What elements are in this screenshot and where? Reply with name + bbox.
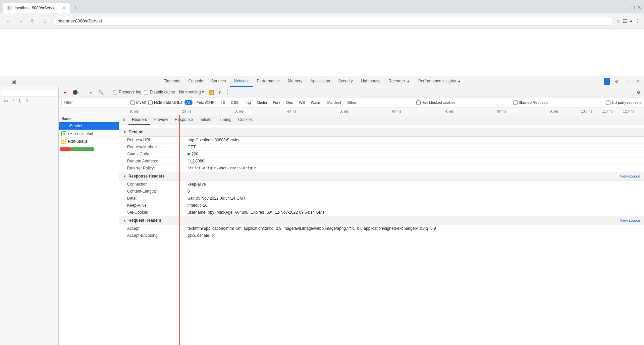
forward-button[interactable]: → [16, 16, 25, 26]
search-input[interactable] [2, 89, 57, 96]
detail-tab-headers[interactable]: Headers [128, 115, 150, 125]
url-bar[interactable]: localhost:8080/aServlet [52, 16, 613, 26]
active-tab[interactable]: l localhost:8080/aServlet ✕ [3, 3, 70, 13]
filter-font-button[interactable]: Font [271, 100, 282, 105]
response-headers-triangle-icon: ▼ [123, 175, 126, 178]
tab-security[interactable]: Security [334, 76, 357, 87]
tick-60ms: 60 ms [392, 110, 401, 113]
third-party-input[interactable] [606, 100, 610, 105]
hide-data-urls-input[interactable] [148, 100, 153, 105]
tab-console[interactable]: Console [184, 76, 207, 87]
search-panel-close-icon[interactable]: ✕ [24, 98, 30, 104]
network-item-extn-html[interactable]: H extn-utils.html [59, 130, 119, 138]
request-url-row: Request URL: http://localhost:8080/aServ… [119, 137, 644, 144]
invert-input[interactable] [130, 100, 135, 105]
filter-wasm-button[interactable]: Wasm [309, 100, 323, 105]
devtools-settings-icon[interactable]: ⚙ [613, 78, 621, 85]
filter-toggle-icon[interactable]: ⬥ [87, 88, 95, 96]
filter-all-button[interactable]: All [184, 100, 193, 105]
throttle-select[interactable]: No throttling ▾ [178, 89, 206, 95]
tab-elements[interactable]: Elements [159, 76, 184, 87]
detail-tab-timing[interactable]: Timing [216, 115, 235, 125]
request-headers-section-header[interactable]: ▼ Request Headers View source [119, 216, 644, 225]
detail-close-icon[interactable]: ✕ [122, 117, 126, 123]
tab-performance[interactable]: Performance [253, 76, 284, 87]
refresh-button[interactable]: ↻ [28, 16, 38, 26]
detail-tab-cookies[interactable]: Cookies [235, 115, 256, 125]
tab-lighthouse[interactable]: Lighthouse [357, 76, 385, 87]
disable-cache-input[interactable] [144, 90, 148, 94]
filter-fetch-xhr-button[interactable]: Fetch/XHR [195, 100, 217, 105]
tab-close-icon[interactable]: ✕ [62, 5, 66, 11]
devtools-more-icon[interactable]: ⋮ [623, 78, 631, 85]
throttle-arrow-icon: ▾ [202, 90, 204, 94]
network-settings-icon[interactable]: ⚙ [636, 89, 641, 95]
preserve-log-input[interactable] [113, 90, 117, 94]
detail-tab-response[interactable]: Response [171, 115, 196, 125]
blocked-requests-input[interactable] [513, 100, 518, 105]
device-toolbar-icon[interactable]: ▣ [10, 77, 18, 86]
general-section-header[interactable]: ▼ General [119, 128, 644, 137]
tab-network[interactable]: Network [230, 76, 253, 87]
tick-80ms: 80 ms [497, 110, 506, 113]
back-button[interactable]: ← [4, 16, 13, 26]
tab-memory[interactable]: Memory [284, 76, 306, 87]
search-refresh-icon[interactable]: ↻ [17, 98, 23, 104]
bookmark-icon[interactable]: ☆ [616, 18, 620, 24]
new-tab-button[interactable]: + [71, 3, 80, 13]
filter-js-button[interactable]: JS [219, 100, 227, 105]
home-button[interactable]: ⌂ [40, 16, 50, 26]
match-case-button[interactable]: Aa [2, 98, 9, 104]
wifi-icon[interactable]: 📶 [208, 89, 215, 95]
filter-media-button[interactable]: Media [255, 100, 269, 105]
more-icon[interactable]: ⋮ [635, 18, 640, 24]
general-section-title: General [128, 130, 144, 134]
profile-icon[interactable]: ● [630, 18, 633, 24]
third-party-checkbox[interactable]: 3rd-party requests [606, 100, 641, 105]
detail-tab-initiator[interactable]: Initiator [196, 115, 216, 125]
network-item-extn-js[interactable]: J extn-utils.js [59, 138, 119, 145]
devtools-dock-icons: ◦ ▣ [3, 77, 21, 86]
filter-css-button[interactable]: CSS [229, 100, 241, 105]
network-item-aservlet[interactable]: D aServlet [59, 122, 119, 130]
preserve-log-checkbox[interactable]: Preserve log [113, 90, 141, 94]
filter-img-button[interactable]: Img [243, 100, 253, 105]
hide-data-urls-checkbox[interactable]: Hide data URLs [148, 100, 182, 105]
filter-other-button[interactable]: Other [345, 100, 359, 105]
tab-recorder[interactable]: Recorder ▲ [384, 76, 414, 87]
network-list: Name D aServlet H extn-utils.html J extn… [59, 115, 119, 345]
record-button[interactable]: ● [61, 88, 69, 96]
timeline-ruler: 10 ms 20 ms 30 ms 40 ms 50 ms 60 ms 70 m… [59, 108, 644, 115]
tab-minimize-icon[interactable]: — [625, 5, 629, 10]
tick-40ms: 40 ms [287, 110, 296, 113]
filter-manifest-button[interactable]: Manifest [325, 100, 343, 105]
tab-application[interactable]: Application [307, 76, 334, 87]
blocked-cookies-input[interactable] [416, 100, 421, 105]
tab-maximize-icon[interactable]: □ [632, 5, 635, 10]
invert-checkbox[interactable]: Invert [130, 100, 146, 105]
regex-button[interactable]: .* [10, 98, 15, 104]
filter-doc-button[interactable]: Doc [284, 100, 295, 105]
tab-close-window-icon[interactable]: ✕ [637, 5, 641, 10]
connection-value: keep-alive [187, 182, 636, 187]
filter-ws-button[interactable]: WS [297, 100, 307, 105]
disable-cache-label: Disable cache [150, 90, 175, 94]
clear-button[interactable]: ⚫ [71, 88, 79, 96]
download-icon[interactable]: ⇩ [225, 89, 230, 95]
response-headers-section-header[interactable]: ▼ Response Headers View source [119, 172, 644, 181]
tab-sources[interactable]: Sources [207, 76, 230, 87]
tab-performance-insights[interactable]: Performance insights ▲ [414, 76, 465, 87]
accept-value: text/html,application/xhtml+xml,applicat… [187, 226, 636, 231]
extensions-icon[interactable]: ☷ [623, 18, 627, 24]
search-toggle-icon[interactable]: 🔍 [97, 88, 105, 96]
disable-cache-checkbox[interactable]: Disable cache [144, 90, 175, 94]
upload-icon[interactable]: ⇧ [217, 89, 222, 95]
response-headers-view-source[interactable]: View source [620, 174, 640, 178]
inspect-element-icon[interactable]: ◦ [3, 77, 8, 86]
filter-input[interactable] [61, 99, 128, 106]
blocked-requests-checkbox[interactable]: Blocked Requests [513, 100, 548, 105]
detail-tab-preview[interactable]: Preview [150, 115, 171, 125]
request-headers-view-source[interactable]: View source [620, 218, 640, 222]
blocked-cookies-checkbox[interactable]: Has blocked cookies [416, 100, 455, 105]
devtools-close-icon[interactable]: ✕ [634, 78, 641, 85]
